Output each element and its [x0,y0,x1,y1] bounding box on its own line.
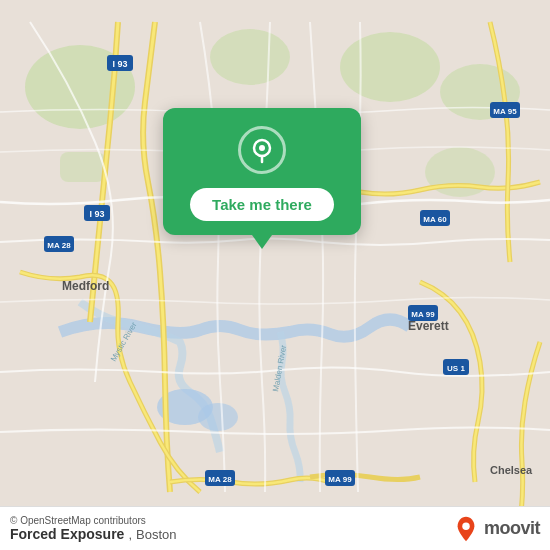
bottom-bar: © OpenStreetMap contributors Forced Expo… [0,506,550,550]
location-pin-icon [248,136,276,164]
svg-text:I 93: I 93 [112,59,127,69]
popup-card: Take me there [163,108,361,235]
svg-point-2 [198,403,238,431]
place-city-separator: , [128,527,132,542]
place-name: Forced Exposure [10,526,124,542]
svg-rect-8 [60,152,105,182]
svg-point-33 [259,145,265,151]
location-icon-wrap [238,126,286,174]
svg-text:MA 60: MA 60 [423,215,447,224]
moovit-logo: moovit [452,515,540,543]
svg-text:Medford: Medford [62,279,109,293]
svg-text:I 93: I 93 [89,209,104,219]
place-city: Boston [136,527,176,542]
moovit-icon [452,515,480,543]
svg-point-5 [340,32,440,102]
svg-text:Chelsea: Chelsea [490,464,533,476]
bottom-left: © OpenStreetMap contributors Forced Expo… [10,515,176,542]
take-me-there-button[interactable]: Take me there [190,188,334,221]
svg-text:MA 95: MA 95 [493,107,517,116]
moovit-text: moovit [484,518,540,539]
map-background: I 93 I 93 MA 28 MA 60 MA 95 MA 99 US 1 M… [0,0,550,550]
map-container: I 93 I 93 MA 28 MA 60 MA 95 MA 99 US 1 M… [0,0,550,550]
osm-credit: © OpenStreetMap contributors [10,515,176,526]
svg-text:US 1: US 1 [447,364,465,373]
svg-point-4 [210,29,290,85]
svg-text:MA 99: MA 99 [411,310,435,319]
svg-text:MA 28: MA 28 [208,475,232,484]
svg-text:MA 28: MA 28 [47,241,71,250]
svg-text:Everett: Everett [408,319,449,333]
svg-point-34 [462,522,469,529]
svg-text:MA 99: MA 99 [328,475,352,484]
